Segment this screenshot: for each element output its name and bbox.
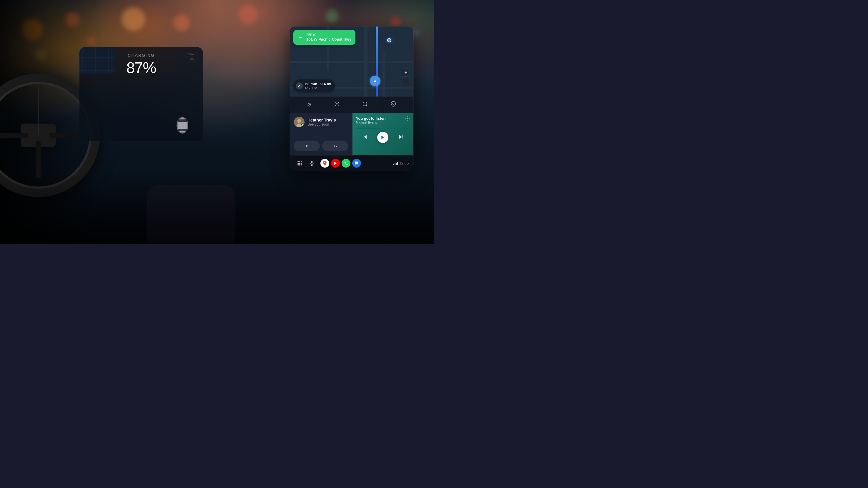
svg-point-10 (407, 118, 408, 119)
music-progress-fill (356, 128, 375, 128)
svg-rect-2 (178, 120, 187, 122)
turn-distance: 350 ft (306, 33, 351, 37)
app-phone-button[interactable] (342, 159, 350, 168)
song-title: You got to listen (356, 116, 386, 121)
message-play-button[interactable] (294, 140, 320, 151)
signal-bar-4 (397, 162, 398, 165)
svg-point-7 (297, 119, 301, 123)
svg-rect-22 (298, 164, 299, 165)
app-messages-button[interactable] (352, 159, 361, 168)
location-dot (387, 38, 391, 42)
app-shortcuts (320, 159, 361, 168)
navigation-arrow (370, 75, 380, 86)
car-top-view (168, 117, 197, 135)
music-header: You got to listen Michael Evans (356, 116, 410, 124)
eta-arrival: 6:58 PM (305, 86, 331, 90)
svg-rect-3 (178, 129, 187, 131)
svg-rect-19 (298, 163, 299, 164)
next-track-button[interactable] (396, 133, 406, 142)
svg-rect-25 (311, 161, 313, 163)
contact-name: Heather Travis (308, 118, 336, 122)
zoom-controls: + − (402, 69, 410, 86)
time-display: 12:35 (399, 161, 409, 165)
contact-row: Heather Travis See you soon (294, 117, 348, 127)
center-console (147, 185, 236, 244)
pin-toolbar-icon[interactable] (388, 99, 399, 111)
music-progress-bar[interactable] (356, 128, 410, 128)
play-pause-button[interactable] (377, 132, 389, 143)
svg-rect-21 (301, 163, 302, 164)
svg-rect-24 (301, 164, 302, 165)
message-card: Heather Travis See you soon (290, 113, 352, 155)
previous-track-button[interactable] (360, 133, 370, 142)
android-auto-panel: ← 350 ft 101 W Pacific Coast Hwy ✕ 23 mi… (290, 27, 413, 171)
mini-map (80, 47, 115, 73)
svg-point-5 (393, 103, 394, 104)
turn-instruction-banner: ← 350 ft 101 W Pacific Coast Hwy (293, 30, 355, 45)
music-controls (356, 132, 410, 143)
signal-bar-2 (395, 163, 396, 165)
settings-toolbar-icon[interactable]: ⚙ (305, 99, 314, 110)
app-youtube-button[interactable] (331, 159, 340, 168)
svg-rect-18 (301, 161, 302, 162)
app-maps-button[interactable] (320, 159, 329, 168)
whatsapp-badge (301, 124, 305, 127)
system-time: 12:35 (393, 161, 409, 165)
svg-marker-9 (306, 144, 308, 148)
contact-info: Heather Travis See you soon (308, 118, 336, 127)
eta-close-button[interactable]: ✕ (296, 83, 303, 90)
music-title-block: You got to listen Michael Evans (356, 116, 386, 124)
cluster-display: Charging 87% 750— 500 (80, 47, 203, 141)
speed-marker: 750— (187, 53, 194, 56)
contact-avatar (294, 117, 305, 127)
music-settings-icon[interactable] (405, 116, 410, 122)
message-reply-button[interactable] (322, 140, 348, 151)
eta-duration: 23 min · 9.4 mi (305, 82, 331, 86)
svg-marker-13 (382, 136, 384, 139)
spoke-left (0, 133, 28, 138)
spoke-right (49, 133, 81, 138)
signal-bar-1 (393, 164, 394, 165)
eta-bar: ✕ 23 min · 9.4 mi 6:58 PM (293, 79, 335, 92)
music-card: You got to listen Michael Evans (352, 113, 414, 155)
turn-arrow-icon: ← (298, 34, 303, 41)
charging-label: Charging (128, 53, 154, 58)
map-section: ← 350 ft 101 W Pacific Coast Hwy ✕ 23 mi… (290, 27, 413, 113)
search-toolbar-icon[interactable] (360, 99, 370, 111)
artist-name: Michael Evans (356, 121, 386, 124)
system-bar: 12:35 (290, 155, 413, 171)
speed-marker-2: 500 (190, 57, 194, 60)
svg-marker-14 (399, 135, 402, 138)
svg-rect-23 (299, 164, 301, 165)
contact-message: See you soon (308, 122, 336, 127)
message-actions (294, 140, 348, 151)
app-grid-button[interactable] (294, 158, 305, 168)
map-toolbar: ⚙ (290, 96, 413, 113)
signal-bar-3 (396, 163, 397, 165)
svg-marker-28 (334, 162, 337, 165)
svg-rect-16 (298, 161, 299, 162)
eta-text: 23 min · 9.4 mi 6:58 PM (305, 82, 331, 90)
turn-street: 101 W Pacific Coast Hwy (306, 37, 351, 42)
svg-rect-17 (299, 161, 301, 162)
mini-map-grid (80, 47, 115, 73)
routes-toolbar-icon[interactable] (332, 99, 342, 111)
svg-rect-20 (299, 163, 301, 164)
zoom-in-button[interactable]: + (402, 69, 410, 77)
microphone-button[interactable] (307, 158, 317, 168)
bottom-cards: Heather Travis See you soon (290, 113, 413, 155)
battery-percent: 87% (126, 59, 156, 76)
turn-info: 350 ft 101 W Pacific Coast Hwy (306, 33, 351, 42)
signal-indicator (393, 162, 398, 165)
svg-point-4 (363, 102, 367, 106)
svg-marker-11 (364, 135, 366, 138)
zoom-out-button[interactable]: − (402, 78, 410, 86)
